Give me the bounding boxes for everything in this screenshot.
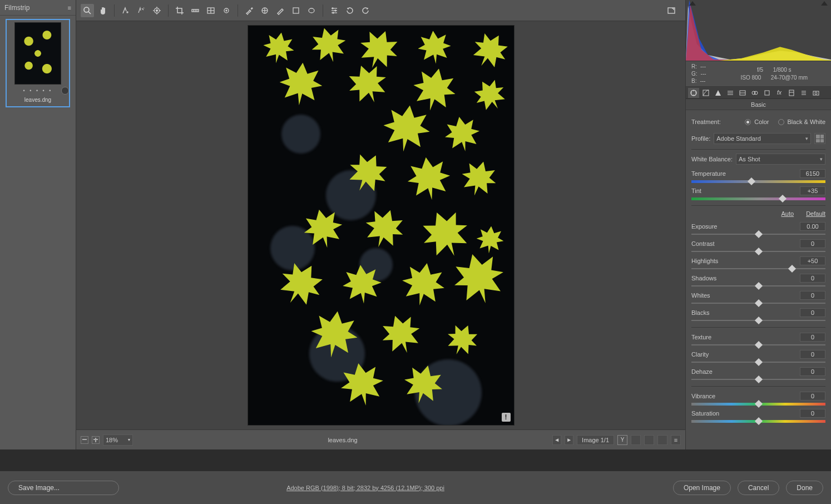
slider-exposure-value[interactable]: 0.00 bbox=[800, 222, 825, 231]
zoom-select[interactable]: 18%▾ bbox=[103, 434, 133, 446]
tab-geometry-icon[interactable] bbox=[761, 88, 773, 98]
spot-removal-tool-icon[interactable] bbox=[220, 4, 233, 17]
zoom-in-icon[interactable] bbox=[92, 436, 100, 444]
brush-tool-icon[interactable] bbox=[243, 4, 256, 17]
slider-highlights-track[interactable] bbox=[691, 266, 825, 271]
thumbnail-badge-icon[interactable] bbox=[61, 87, 69, 95]
crop-tool-icon[interactable] bbox=[173, 4, 186, 17]
slider-whites-track[interactable] bbox=[691, 301, 825, 305]
tab-hsl-icon[interactable] bbox=[725, 88, 736, 98]
filmstrip-menu-icon[interactable]: ≡ bbox=[68, 4, 71, 11]
highlight-clip-icon[interactable] bbox=[821, 1, 828, 6]
toggle-mark-icon[interactable] bbox=[657, 435, 667, 445]
tab-calibration-icon[interactable] bbox=[786, 88, 797, 98]
graduated-filter-tool-icon[interactable] bbox=[289, 4, 303, 17]
svg-point-0 bbox=[84, 7, 89, 12]
filmstrip-header: Filmstrip ≡ bbox=[0, 0, 76, 16]
slider-dehaze: Dehaze 0 bbox=[691, 367, 825, 382]
slider-highlights-value[interactable]: +50 bbox=[800, 256, 825, 265]
transform-tool-icon[interactable] bbox=[204, 4, 217, 17]
prev-image-icon[interactable]: ◄ bbox=[552, 435, 561, 445]
slider-contrast-value[interactable]: 0 bbox=[800, 239, 825, 248]
save-image-button[interactable]: Save Image... bbox=[8, 481, 119, 495]
radial-filter-tool-icon[interactable] bbox=[305, 4, 318, 17]
slider-blacks-value[interactable]: 0 bbox=[800, 308, 825, 317]
default-link[interactable]: Default bbox=[806, 210, 825, 217]
clipping-warning-icon[interactable]: ! bbox=[502, 413, 511, 422]
slider-clarity-value[interactable]: 0 bbox=[800, 350, 825, 359]
shadow-clip-icon[interactable] bbox=[689, 1, 696, 6]
histogram[interactable] bbox=[686, 0, 831, 61]
slider-texture-track[interactable] bbox=[691, 343, 825, 347]
slider-temperature: Temperature 6150 bbox=[691, 169, 825, 184]
target-adjust-tool-icon[interactable] bbox=[150, 4, 164, 17]
wb-select[interactable]: As Shot bbox=[736, 154, 825, 165]
adjustment-brush-tool-icon[interactable] bbox=[274, 4, 287, 17]
fullscreen-toggle-icon[interactable] bbox=[664, 4, 679, 17]
tab-color-grading-icon[interactable] bbox=[737, 88, 748, 98]
slider-dehaze-track[interactable] bbox=[691, 377, 825, 382]
color-sampler-tool-icon[interactable] bbox=[135, 4, 148, 17]
slider-blacks-track[interactable] bbox=[691, 318, 825, 323]
slider-dehaze-value[interactable]: 0 bbox=[800, 367, 825, 376]
tab-curve-icon[interactable] bbox=[700, 88, 711, 98]
slider-vibrance-value[interactable]: 0 bbox=[800, 392, 825, 401]
profile-select[interactable]: Adobe Standard bbox=[714, 133, 811, 144]
treatment-bw-radio[interactable]: Black & White bbox=[778, 118, 825, 125]
slider-temperature-track[interactable] bbox=[691, 179, 825, 184]
treatment-color-radio[interactable]: Color bbox=[745, 118, 769, 125]
slider-saturation-label: Saturation bbox=[691, 410, 719, 417]
filmstrip-thumbnail[interactable]: • • • • • leaves.dng bbox=[6, 19, 70, 107]
tab-snapshots-icon[interactable] bbox=[810, 88, 822, 98]
open-image-button[interactable]: Open Image bbox=[673, 481, 731, 495]
slider-shadows: Shadows 0 bbox=[691, 273, 825, 288]
slider-exposure-track[interactable] bbox=[691, 232, 825, 236]
straighten-tool-icon[interactable] bbox=[189, 4, 202, 17]
footer-menu-icon[interactable]: ≡ bbox=[671, 435, 681, 445]
slider-shadows-value[interactable]: 0 bbox=[800, 274, 825, 283]
rotate-ccw-icon[interactable] bbox=[343, 4, 357, 17]
tab-effects-icon[interactable]: fx bbox=[774, 88, 785, 98]
canvas[interactable]: ! bbox=[76, 21, 685, 429]
profile-label: Profile: bbox=[691, 135, 710, 142]
tab-presets-icon[interactable] bbox=[798, 88, 809, 98]
auto-link[interactable]: Auto bbox=[781, 210, 794, 217]
rotate-cw-icon[interactable] bbox=[359, 4, 372, 17]
slider-texture: Texture 0 bbox=[691, 332, 825, 347]
slider-temperature-value[interactable]: 6150 bbox=[800, 169, 825, 178]
hand-tool-icon[interactable] bbox=[96, 4, 110, 17]
cancel-button[interactable]: Cancel bbox=[738, 481, 779, 495]
zoom-tool-icon[interactable] bbox=[81, 4, 94, 17]
zoom-out-icon[interactable] bbox=[81, 436, 88, 444]
redeye-tool-icon[interactable] bbox=[258, 4, 271, 17]
profile-browser-icon[interactable] bbox=[814, 133, 825, 144]
slider-clarity-track[interactable] bbox=[691, 360, 825, 364]
slider-whites-value[interactable]: 0 bbox=[800, 291, 825, 300]
done-button[interactable]: Done bbox=[786, 481, 823, 495]
tab-optics-icon[interactable] bbox=[749, 88, 760, 98]
slider-vibrance-track[interactable] bbox=[691, 402, 825, 406]
slider-tint-track[interactable] bbox=[691, 196, 825, 201]
svg-line-1 bbox=[88, 12, 91, 14]
preferences-icon[interactable] bbox=[328, 4, 341, 17]
slider-clarity-label: Clarity bbox=[691, 351, 709, 358]
tab-detail-icon[interactable] bbox=[713, 88, 724, 98]
slider-texture-value[interactable]: 0 bbox=[800, 333, 825, 342]
preview-footer: 18%▾ leaves.dng ◄ ► Image 1/1 Y ≡ bbox=[76, 429, 685, 449]
svg-rect-31 bbox=[703, 90, 709, 96]
footer-filename: leaves.dng bbox=[137, 437, 548, 443]
copy-settings-icon[interactable] bbox=[644, 435, 654, 445]
slider-saturation-track[interactable] bbox=[691, 419, 825, 423]
slider-contrast-track[interactable] bbox=[691, 249, 825, 254]
workflow-link[interactable]: Adobe RGB (1998); 8 bit; 2832 by 4256 (1… bbox=[119, 485, 612, 491]
slider-shadows-track[interactable] bbox=[691, 284, 825, 288]
panel-tabs: fx bbox=[686, 87, 831, 99]
slider-tint-value[interactable]: +35 bbox=[800, 186, 825, 195]
next-image-icon[interactable]: ► bbox=[565, 435, 573, 445]
thumbnail-rating-dots[interactable]: • • • • • bbox=[23, 88, 53, 93]
swap-icon[interactable] bbox=[631, 435, 641, 445]
white-balance-tool-icon[interactable] bbox=[119, 4, 132, 17]
slider-saturation-value[interactable]: 0 bbox=[800, 409, 825, 418]
compare-mode-icon[interactable]: Y bbox=[617, 435, 627, 445]
tab-basic-icon[interactable] bbox=[688, 88, 699, 98]
